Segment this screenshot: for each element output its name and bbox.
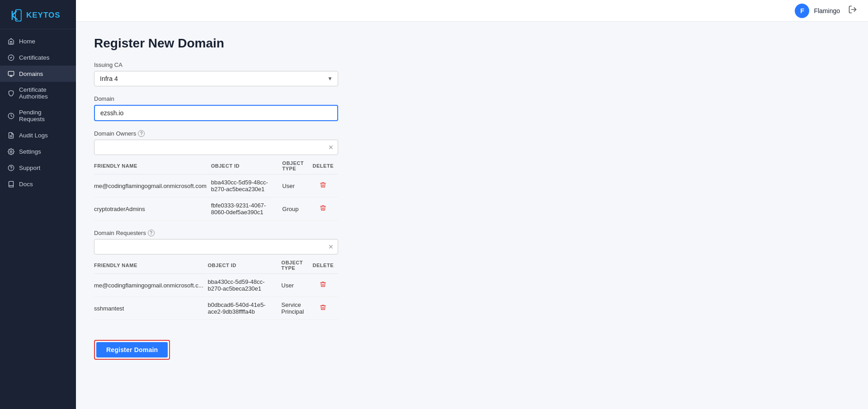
owner-row1-delete-cell <box>313 174 338 197</box>
owner-row1-delete-button[interactable] <box>317 180 329 191</box>
owner-row1-friendly: me@codingflamingogmail.onmicrosoft.com <box>94 174 211 197</box>
sidebar-item-certificates[interactable]: Certificates <box>0 49 76 66</box>
sidebar-item-ca-label: Certificate Authorities <box>19 86 69 100</box>
log-icon <box>7 132 14 139</box>
sidebar-item-docs[interactable]: Docs <box>0 176 76 192</box>
home-icon <box>7 38 14 45</box>
issuing-ca-section: Issuing CA Infra 4 Infra 3 Infra 2 Infra… <box>94 61 850 86</box>
domain-owners-search-input[interactable] <box>94 140 338 155</box>
req-col-objid: OBJECT ID <box>208 256 282 274</box>
sidebar-item-audit-label: Audit Logs <box>19 132 48 139</box>
domain-owners-section: Domain Owners ? ✕ FRIENDLY NAME OBJECT I… <box>94 130 850 221</box>
owners-clear-icon[interactable]: ✕ <box>328 144 334 151</box>
domain-owners-help-icon[interactable]: ? <box>138 130 145 137</box>
sidebar-item-certificates-label: Certificates <box>19 54 50 61</box>
sidebar-item-certificate-authorities[interactable]: Certificate Authorities <box>0 82 76 104</box>
table-row: me@codingflamingogmail.onmicrosoft.com b… <box>94 174 338 197</box>
sidebar-item-support-label: Support <box>19 165 40 171</box>
domain-input[interactable] <box>94 105 338 121</box>
issuing-ca-select-wrapper: Infra 4 Infra 3 Infra 2 Infra 1 ▼ <box>94 71 338 86</box>
sidebar-item-support[interactable]: Support <box>0 160 76 176</box>
table-row: sshmantest b0dbcad6-540d-41e5-ace2-9db38… <box>94 297 338 320</box>
issuing-ca-select[interactable]: Infra 4 Infra 3 Infra 2 Infra 1 <box>94 71 338 86</box>
req-row2-type: Service Principal <box>281 297 312 320</box>
avatar: F <box>795 4 809 18</box>
req-row2-objid: b0dbcad6-540d-41e5-ace2-9db38ffffa4b <box>208 297 282 320</box>
req-row1-delete-cell <box>313 274 338 297</box>
register-button-wrapper: Register Domain <box>94 340 170 360</box>
domain-label: Domain <box>94 95 850 102</box>
sidebar-item-docs-label: Docs <box>19 181 33 188</box>
header: F Flamingo <box>76 0 868 22</box>
keytos-logo <box>8 7 24 24</box>
req-row1-delete-button[interactable] <box>317 280 329 291</box>
owners-col-type: OBJECT TYPE <box>282 157 312 174</box>
docs-icon <box>7 180 14 188</box>
sidebar-nav: Home Certificates Domains Certificate Au… <box>0 29 76 409</box>
support-icon <box>7 164 14 171</box>
owners-table: FRIENDLY NAME OBJECT ID OBJECT TYPE DELE… <box>94 157 338 221</box>
owner-row2-objid: fbfe0333-9231-4067-8060-0def5ae390c1 <box>211 197 283 221</box>
cert-icon <box>7 54 14 61</box>
req-row1-objid: bba430cc-5d59-48cc-b270-ac5beca230e1 <box>208 274 282 297</box>
sidebar-item-home[interactable]: Home <box>0 33 76 49</box>
domain-requesters-section: Domain Requesters ? ✕ FRIENDLY NAME OBJE… <box>94 230 850 320</box>
domain-requesters-search-input[interactable] <box>94 239 338 254</box>
table-row: me@codingflamingogmail.onmicrosoft.c... … <box>94 274 338 297</box>
req-row1-type: User <box>281 274 312 297</box>
sidebar-item-pending-label: Pending Requests <box>19 109 69 122</box>
domain-owners-search-wrapper: ✕ <box>94 140 338 155</box>
user-name: Flamingo <box>814 7 840 14</box>
req-col-delete: DELETE <box>313 256 338 274</box>
owner-row1-objid: bba430cc-5d59-48cc-b270-ac5beca230e1 <box>211 174 283 197</box>
domain-icon <box>7 70 14 77</box>
clock-icon <box>7 112 14 119</box>
sidebar-item-settings[interactable]: Settings <box>0 143 76 160</box>
domain-requesters-label: Domain Requesters ? <box>94 230 850 236</box>
domain-section: Domain <box>94 95 850 121</box>
gear-icon <box>7 148 14 155</box>
domain-requesters-search-wrapper: ✕ <box>94 239 338 254</box>
table-row: cryptotraderAdmins fbfe0333-9231-4067-80… <box>94 197 338 221</box>
logout-icon[interactable] <box>848 5 857 16</box>
sidebar-item-domains-label: Domains <box>19 71 43 77</box>
req-row1-friendly: me@codingflamingogmail.onmicrosoft.c... <box>94 274 208 297</box>
sidebar-item-domains[interactable]: Domains <box>0 66 76 82</box>
svg-point-9 <box>10 150 12 152</box>
issuing-ca-label: Issuing CA <box>94 61 850 68</box>
requesters-clear-icon[interactable]: ✕ <box>328 243 334 250</box>
req-col-friendly: FRIENDLY NAME <box>94 256 208 274</box>
shield-icon <box>7 89 14 97</box>
owner-row2-delete-button[interactable] <box>317 203 329 214</box>
domain-requesters-help-icon[interactable]: ? <box>148 230 155 236</box>
req-row2-delete-cell <box>313 297 338 320</box>
user-area: F Flamingo <box>795 4 857 18</box>
req-col-type: OBJECT TYPE <box>281 256 312 274</box>
owners-col-delete: DELETE <box>313 157 338 174</box>
owner-row1-type: User <box>282 174 312 197</box>
owner-row2-delete-cell <box>313 197 338 221</box>
sidebar-item-home-label: Home <box>19 38 35 45</box>
sidebar: KEYTOS Home Certificates Domains <box>0 0 76 409</box>
req-row2-friendly: sshmantest <box>94 297 208 320</box>
sidebar-item-settings-label: Settings <box>19 148 41 155</box>
main-content: Register New Domain Issuing CA Infra 4 I… <box>76 22 868 409</box>
svg-rect-3 <box>8 71 14 75</box>
sidebar-item-pending-requests[interactable]: Pending Requests <box>0 104 76 127</box>
req-row2-delete-button[interactable] <box>317 303 329 314</box>
domain-owners-label: Domain Owners ? <box>94 130 850 137</box>
owner-row2-friendly: cryptotraderAdmins <box>94 197 211 221</box>
page-title: Register New Domain <box>94 36 850 51</box>
requesters-table: FRIENDLY NAME OBJECT ID OBJECT TYPE DELE… <box>94 256 338 320</box>
register-domain-button[interactable]: Register Domain <box>96 342 168 357</box>
sidebar-item-audit-logs[interactable]: Audit Logs <box>0 127 76 143</box>
logo-text: KEYTOS <box>26 11 61 20</box>
owners-col-friendly: FRIENDLY NAME <box>94 157 211 174</box>
logo-area: KEYTOS <box>0 0 76 29</box>
owners-col-objid: OBJECT ID <box>211 157 283 174</box>
owner-row2-type: Group <box>282 197 312 221</box>
